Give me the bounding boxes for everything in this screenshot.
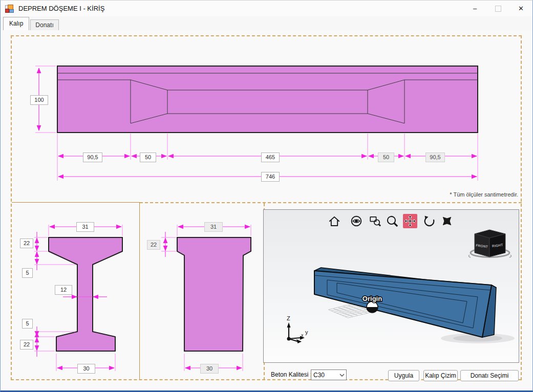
concrete-quality-select[interactable]: C30 (311, 369, 347, 380)
origin-handle[interactable] (367, 301, 378, 313)
app-icon (5, 5, 13, 13)
home-icon[interactable] (327, 214, 342, 228)
eye-icon[interactable] (349, 214, 364, 228)
window-title: DEPREM DÖŞEME I - KİRİŞ (18, 5, 104, 12)
section-t-drawing (140, 202, 263, 379)
maximize-icon (495, 6, 501, 12)
dim-segment-3[interactable]: 465 (261, 153, 280, 162)
dim-t-bottom-width: 30 (200, 364, 219, 374)
axis-x-label: x (301, 333, 304, 338)
origin-label: Origin (363, 295, 382, 302)
apply-button[interactable]: Uygula (388, 370, 419, 381)
dim-i-flange-bottom[interactable]: 22 (20, 340, 33, 350)
section-t-shape (177, 237, 251, 351)
dim-total[interactable]: 746 (261, 172, 280, 182)
dim-i-bottom-width[interactable]: 30 (77, 364, 95, 374)
fit-icon[interactable] (440, 214, 454, 228)
viewport-3d-scene: Origin Z y x (264, 210, 519, 362)
rebar-selection-button[interactable]: Donatı Seçimi (460, 370, 519, 381)
rotate-icon[interactable] (422, 214, 436, 228)
dim-t-top-width: 31 (204, 222, 223, 232)
dim-i-taper-top[interactable]: 5 (22, 268, 33, 278)
dim-height[interactable]: 100 (30, 95, 48, 105)
maximize-button[interactable] (486, 1, 509, 16)
minimize-button[interactable]: – (463, 1, 486, 16)
section-i-drawing (12, 202, 140, 379)
app-window: DEPREM DÖŞEME I - KİRİŞ – ✕ Kalıp Donatı (0, 0, 533, 392)
viewport-3d[interactable]: Origin Z y x (263, 209, 519, 363)
dim-segment-4: 50 (378, 153, 394, 162)
beam-elevation-shape (57, 66, 478, 133)
dim-t-flange: 22 (147, 240, 160, 250)
titlebar: DEPREM DÖŞEME I - KİRİŞ – ✕ (1, 1, 532, 16)
zoom-icon[interactable] (385, 214, 399, 228)
tab-page-kalip: 100 90,5 50 465 50 90,5 746 * Tüm ölçüle… (1, 30, 532, 391)
dim-segment-5: 90,5 (425, 153, 445, 162)
view-cube[interactable]: FRONT RIGHT (468, 230, 511, 257)
dim-segment-1[interactable]: 90,5 (83, 153, 102, 162)
dim-i-top-width[interactable]: 31 (76, 222, 94, 232)
axis-y-label: y (305, 329, 308, 335)
beam-3d-model (314, 268, 496, 337)
chevron-down-icon (338, 374, 346, 377)
axis-triad: Z y x (287, 315, 308, 343)
units-note: * Tüm ölçüler santimetredir. (359, 191, 518, 198)
concrete-quality-value: C30 (311, 372, 338, 379)
dim-segment-2[interactable]: 50 (140, 153, 156, 162)
tab-donati[interactable]: Donatı (30, 19, 58, 30)
close-button[interactable]: ✕ (509, 1, 532, 16)
concrete-quality-label: Beton Kalitesi : (271, 371, 312, 378)
formwork-drawing-button[interactable]: Kalıp Çizim (423, 370, 458, 381)
pan-icon[interactable] (403, 214, 417, 228)
dim-i-flange-top[interactable]: 22 (20, 238, 33, 248)
dim-i-web-width[interactable]: 12 (55, 285, 72, 295)
zoom-window-icon[interactable] (368, 214, 382, 228)
axis-z-label: Z (287, 315, 290, 321)
dim-i-taper-bottom[interactable]: 5 (22, 319, 33, 329)
tab-kalip[interactable]: Kalıp (3, 17, 29, 30)
tab-strip: Kalıp Donatı (1, 16, 532, 30)
